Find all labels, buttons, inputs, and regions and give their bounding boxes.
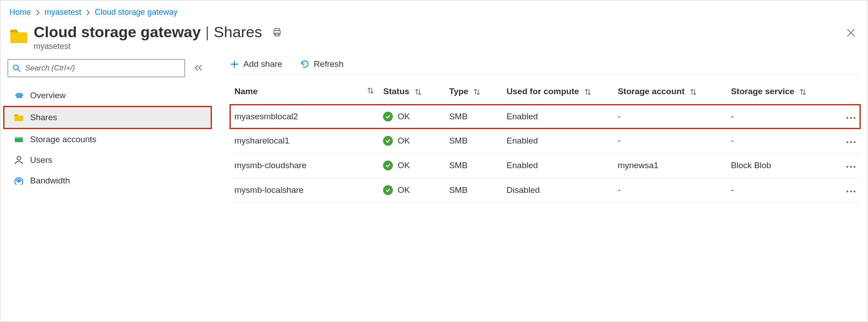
- cell-status: OK: [379, 178, 445, 203]
- toolbar: Add share Refresh: [230, 59, 860, 75]
- column-header-account[interactable]: Storage account: [613, 78, 727, 104]
- shares-folder-icon: [14, 113, 24, 122]
- cell-compute: Enabled: [502, 129, 613, 153]
- cell-status: OK: [379, 104, 445, 129]
- svg-point-24: [854, 191, 855, 192]
- sort-icon[interactable]: [584, 88, 591, 96]
- svg-point-4: [13, 65, 18, 70]
- chevron-right-icon: [86, 9, 90, 16]
- main-panel: Add share Refresh Name: [212, 56, 860, 203]
- cell-type: SMB: [445, 129, 502, 153]
- row-more-button[interactable]: [832, 178, 860, 203]
- breadcrumb: Home myasetest Cloud storage gateway: [8, 5, 860, 22]
- svg-point-17: [850, 141, 852, 143]
- sidebar: Overview Shares Storage accounts: [8, 56, 212, 203]
- cell-name: mysharelocal1: [230, 129, 379, 153]
- page-title: Cloud storage gateway | Shares: [34, 23, 282, 41]
- breadcrumb-home[interactable]: Home: [9, 8, 31, 17]
- svg-point-10: [17, 157, 21, 160]
- search-input-wrapper[interactable]: [8, 59, 185, 77]
- sidebar-item-overview[interactable]: Overview: [8, 85, 212, 106]
- search-icon: [13, 64, 21, 72]
- cell-service: -: [727, 129, 832, 153]
- svg-point-21: [854, 166, 855, 168]
- sidebar-item-label: Bandwidth: [30, 176, 70, 186]
- close-icon[interactable]: [846, 28, 856, 39]
- cell-type: SMB: [445, 153, 502, 178]
- bandwidth-icon: [14, 176, 24, 186]
- sort-icon[interactable]: [367, 87, 374, 95]
- row-more-button[interactable]: [832, 153, 860, 178]
- sidebar-item-storage-accounts[interactable]: Storage accounts: [8, 129, 212, 150]
- svg-point-23: [850, 191, 852, 192]
- svg-point-14: [850, 117, 852, 119]
- table-row[interactable]: mysmb-cloudshareOKSMBEnabledmynewsa1Bloc…: [230, 153, 860, 178]
- chevron-right-icon: [35, 9, 40, 16]
- row-more-button[interactable]: [832, 129, 860, 153]
- svg-point-15: [854, 117, 855, 119]
- svg-point-19: [846, 166, 848, 168]
- users-icon: [14, 155, 24, 165]
- sidebar-item-shares[interactable]: Shares: [3, 106, 212, 129]
- cell-account: -: [613, 178, 727, 203]
- table-row[interactable]: mysharelocal1OKSMBEnabled--: [230, 129, 860, 153]
- refresh-button[interactable]: Refresh: [300, 59, 344, 69]
- cell-name: mysmb-cloudshare: [230, 153, 379, 178]
- cell-type: SMB: [445, 178, 502, 203]
- column-header-compute[interactable]: Used for compute: [502, 78, 613, 104]
- print-icon[interactable]: [272, 27, 282, 37]
- overview-icon: [14, 91, 24, 100]
- svg-line-5: [18, 70, 20, 72]
- svg-point-13: [846, 117, 848, 119]
- sort-icon[interactable]: [414, 88, 422, 96]
- column-header-service[interactable]: Storage service: [727, 78, 832, 104]
- svg-point-16: [846, 141, 848, 143]
- sidebar-item-bandwidth[interactable]: Bandwidth: [8, 170, 212, 191]
- sort-icon[interactable]: [473, 88, 480, 96]
- status-ok-icon: [383, 185, 393, 195]
- cell-service: Block Blob: [727, 153, 832, 178]
- page-subtitle: myasetest: [34, 42, 282, 51]
- cell-compute: Disabled: [502, 178, 613, 203]
- cell-service: -: [727, 104, 832, 129]
- column-header-type[interactable]: Type: [445, 78, 502, 104]
- svg-point-20: [850, 166, 852, 168]
- table-row[interactable]: myasesmblocal2OKSMBEnabled--: [230, 104, 860, 129]
- folder-resource-icon: [9, 27, 28, 46]
- svg-point-18: [854, 141, 855, 143]
- svg-rect-9: [15, 137, 23, 138]
- breadcrumb-gateway[interactable]: Cloud storage gateway: [95, 8, 177, 17]
- shares-table: Name Status Type: [230, 78, 860, 203]
- row-more-button[interactable]: [832, 104, 860, 129]
- svg-rect-7: [14, 116, 23, 121]
- sidebar-item-label: Shares: [30, 113, 57, 122]
- svg-rect-0: [10, 32, 27, 43]
- breadcrumb-resource[interactable]: myasetest: [44, 8, 81, 17]
- sort-icon[interactable]: [690, 88, 697, 96]
- cell-compute: Enabled: [502, 104, 613, 129]
- sidebar-item-label: Storage accounts: [30, 135, 97, 144]
- sidebar-item-label: Overview: [30, 91, 66, 100]
- svg-point-22: [846, 191, 848, 192]
- sort-icon[interactable]: [799, 88, 806, 96]
- refresh-label: Refresh: [314, 59, 344, 69]
- column-header-status[interactable]: Status: [379, 78, 445, 104]
- cell-service: -: [727, 178, 832, 203]
- svg-point-6: [15, 93, 23, 97]
- collapse-sidebar-icon[interactable]: [194, 64, 203, 73]
- cell-name: mysmb-localshare: [230, 178, 379, 203]
- status-ok-icon: [383, 136, 393, 146]
- svg-point-12: [18, 181, 19, 182]
- sidebar-item-users[interactable]: Users: [8, 150, 212, 170]
- storage-accounts-icon: [14, 135, 24, 144]
- table-row[interactable]: mysmb-localshareOKSMBDisabled--: [230, 178, 860, 203]
- cell-type: SMB: [445, 104, 502, 129]
- add-share-button[interactable]: Add share: [230, 59, 282, 69]
- column-header-name[interactable]: Name: [230, 78, 379, 104]
- cell-compute: Enabled: [502, 153, 613, 178]
- search-input[interactable]: [24, 63, 180, 73]
- cell-account: mynewsa1: [613, 153, 727, 178]
- add-share-label: Add share: [243, 59, 282, 69]
- status-ok-icon: [383, 161, 393, 170]
- cell-account: -: [613, 104, 727, 129]
